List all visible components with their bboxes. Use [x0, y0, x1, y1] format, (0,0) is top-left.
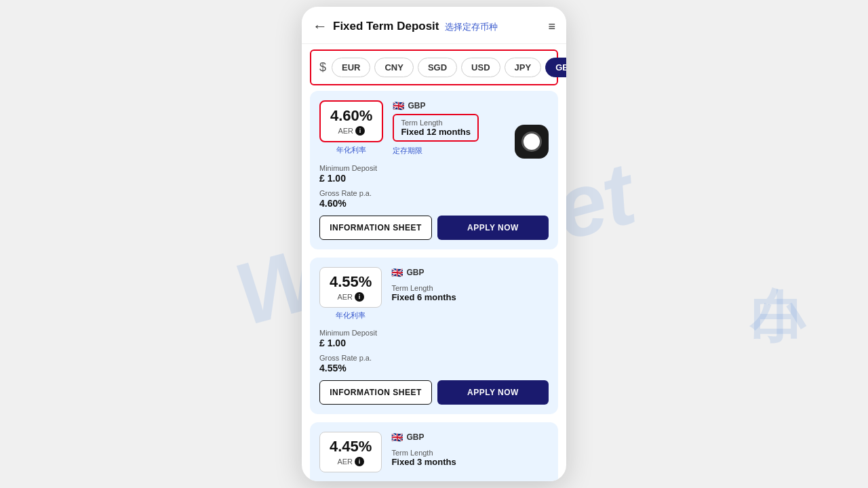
card-top-3: 4.45% AER i 🇬🇧 GBP Term Length Fi — [319, 432, 549, 474]
term-box-1: Term Length Fixed 12 months — [393, 114, 479, 142]
rate-box-2: 4.55% AER i — [319, 267, 382, 308]
header: ← Fixed Term Deposit 选择定存币种 ≡ — [302, 7, 566, 44]
rate-box-3: 4.45% AER i — [319, 432, 382, 472]
gross-rate-value-1: 4.60% — [319, 198, 549, 209]
card-details-1: Minimum Deposit £ 1.00 Gross Rate p.a. 4… — [319, 164, 549, 209]
term-value-2: Fixed 6 months — [391, 292, 456, 302]
gbp-text-3: GBP — [406, 432, 424, 442]
term-label-3: Term Length — [391, 449, 456, 457]
gbp-flag-3: 🇬🇧 — [391, 432, 403, 443]
deposit-card-3: 4.45% AER i 🇬🇧 GBP Term Length Fi — [310, 422, 558, 481]
gbp-row-1: 🇬🇧 GBP — [393, 100, 549, 111]
currency-btn-sgd[interactable]: SGD — [418, 58, 457, 77]
currency-selector: $ EUR CNY SGD USD JPY GBP — [310, 49, 558, 85]
gbp-flag-2: 🇬🇧 — [391, 267, 403, 278]
gbp-row-3: 🇬🇧 GBP — [391, 432, 549, 443]
term-label-1: Term Length — [401, 119, 471, 127]
gross-rate-value-2: 4.55% — [319, 363, 549, 373]
gbp-text-2: GBP — [406, 268, 424, 277]
page-title-text: Fixed Term Deposit — [333, 20, 439, 33]
gbp-flag-1: 🇬🇧 — [393, 100, 404, 111]
term-value-3: Fixed 3 months — [391, 457, 456, 467]
filter-icon[interactable]: ≡ — [548, 20, 555, 34]
info-icon-1[interactable]: i — [355, 126, 365, 136]
deposit-card-1: 4.60% AER i 年化利率 🇬🇧 GBP Te — [310, 91, 558, 249]
info-icon-2[interactable]: i — [355, 292, 364, 302]
rate-sublabel-2: 年化利率 — [336, 310, 366, 321]
phone-container: ← Fixed Term Deposit 选择定存币种 ≡ $ EUR CNY … — [302, 7, 566, 481]
term-value-1: Fixed 12 months — [401, 127, 471, 137]
cards-container: 4.60% AER i 年化利率 🇬🇧 GBP Te — [302, 91, 566, 481]
min-deposit-label-2: Minimum Deposit — [319, 329, 549, 337]
card-top-1: 4.60% AER i 年化利率 🇬🇧 GBP Te — [319, 100, 549, 156]
info-sheet-button-2[interactable]: INFORMATION SHEET — [319, 380, 432, 405]
apply-now-button-2[interactable]: APPLY NOW — [437, 380, 549, 405]
avatar-inner-1 — [521, 131, 542, 152]
rate-value-1: 4.60% — [330, 107, 372, 125]
gross-rate-label-1: Gross Rate p.a. — [319, 189, 549, 197]
info-icon-3[interactable]: i — [355, 457, 364, 466]
term-section-3: 🇬🇧 GBP Term Length Fixed 3 months — [391, 432, 549, 474]
rate-label-1: AER i — [338, 126, 365, 136]
term-section-2: 🇬🇧 GBP Term Length Fixed 6 months — [391, 267, 549, 310]
currency-btn-eur[interactable]: EUR — [332, 58, 370, 77]
currency-btn-cny[interactable]: CNY — [374, 58, 413, 77]
card-buttons-1: INFORMATION SHEET APPLY NOW — [319, 216, 549, 240]
page-title: Fixed Term Deposit 选择定存币种 — [333, 20, 542, 33]
rate-value-3: 4.45% — [330, 438, 372, 455]
rate-label-3: AER i — [337, 457, 364, 466]
min-deposit-value-2: £ 1.00 — [319, 338, 549, 348]
page-subtitle: 选择定存币种 — [445, 22, 498, 32]
deposit-avatar-1 — [515, 125, 549, 159]
min-deposit-label-1: Minimum Deposit — [319, 164, 549, 172]
rate-value-2: 4.55% — [330, 273, 372, 291]
card-buttons-2: INFORMATION SHEET APPLY NOW — [319, 380, 549, 405]
dollar-icon: $ — [319, 60, 326, 75]
term-box-2: Term Length Fixed 6 months — [391, 281, 456, 306]
term-box-3: Term Length Fixed 3 months — [391, 445, 456, 470]
currency-btn-jpy[interactable]: JPY — [505, 58, 542, 77]
min-deposit-value-1: £ 1.00 — [319, 173, 549, 184]
term-label-2: Term Length — [391, 284, 456, 292]
deposit-card-2: 4.55% AER i 年化利率 🇬🇧 GBP Term Length — [310, 258, 558, 414]
info-sheet-button-1[interactable]: INFORMATION SHEET — [319, 216, 432, 240]
rate-label-2: AER i — [337, 292, 364, 302]
rate-box-1: 4.60% AER i — [319, 100, 383, 142]
gbp-row-2: 🇬🇧 GBP — [391, 267, 549, 278]
rate-sublabel-1: 年化利率 — [336, 145, 366, 155]
apply-now-button-1[interactable]: APPLY NOW — [437, 216, 549, 240]
currency-btn-usd[interactable]: USD — [461, 58, 500, 77]
card-details-2: Minimum Deposit £ 1.00 Gross Rate p.a. 4… — [319, 329, 549, 373]
currency-btn-gbp[interactable]: GBP — [545, 58, 566, 77]
back-button[interactable]: ← — [313, 18, 328, 35]
gross-rate-label-2: Gross Rate p.a. — [319, 354, 549, 362]
card-top-2: 4.55% AER i 年化利率 🇬🇧 GBP Term Length — [319, 267, 549, 321]
gbp-text-1: GBP — [408, 101, 425, 110]
